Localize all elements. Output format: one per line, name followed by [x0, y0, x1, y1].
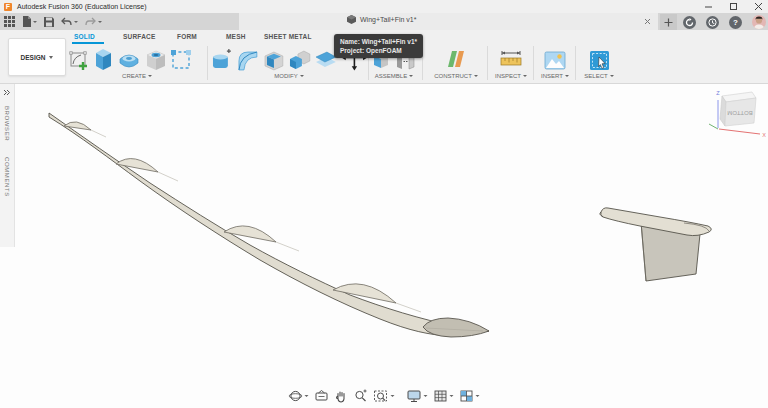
pan-tool[interactable] [335, 389, 348, 403]
document-tab-tooltip: Name: Wing+Tail+Fin v1* Project: OpenFOA… [334, 34, 423, 58]
press-pull-icon[interactable] [210, 48, 233, 71]
new-tab-button[interactable] [660, 14, 677, 30]
job-status-icon[interactable] [683, 16, 696, 29]
select-group-dropdown[interactable]: SELECT [578, 73, 620, 79]
model-canvas[interactable] [0, 84, 768, 408]
window-title: Autodesk Fusion 360 (Education License) [17, 3, 147, 10]
axis-z-label: Z [716, 90, 720, 96]
construct-group-dropdown[interactable]: CONSTRUCT [427, 73, 485, 79]
file-menu-button[interactable] [22, 16, 37, 27]
create-group-dropdown[interactable]: CREATE [68, 73, 206, 79]
shell-icon[interactable] [262, 49, 285, 71]
hole-icon[interactable] [144, 49, 167, 71]
model-viewport[interactable]: BROWSER COMMENTS [0, 84, 768, 408]
axis-x-label: X [762, 132, 766, 138]
tab-surface[interactable]: SURFACE [123, 33, 155, 40]
undo-button[interactable] [61, 17, 78, 26]
redo-button[interactable] [85, 17, 102, 26]
tab-sheet-metal[interactable]: SHEET METAL [264, 33, 312, 40]
tab-close-icon[interactable] [642, 16, 652, 26]
revolve-icon[interactable] [118, 50, 141, 71]
tab-solid[interactable]: SOLID [74, 33, 95, 40]
dropdown-caret-icon [424, 395, 428, 397]
minimize-button[interactable] [702, 1, 714, 12]
navigation-bar [289, 389, 480, 403]
dropdown-caret-icon [565, 75, 569, 77]
document-cube-icon [347, 15, 356, 24]
measure-icon[interactable] [499, 49, 523, 71]
construct-plane-icon[interactable] [444, 47, 468, 71]
insert-group-dropdown[interactable]: INSERT [535, 73, 575, 79]
dropdown-caret-icon [33, 21, 37, 23]
document-tab[interactable]: Wing+Tail+Fin v1* [239, 13, 658, 30]
dropdown-caret-icon [300, 75, 304, 77]
create-sketch-icon[interactable] [68, 50, 89, 71]
dropdown-caret-icon [409, 75, 413, 77]
viewports-settings[interactable] [460, 389, 480, 403]
display-settings[interactable] [407, 389, 428, 403]
dropdown-caret-icon [74, 21, 78, 23]
document-tab-label: Wing+Tail+Fin v1* [360, 16, 416, 23]
maximize-button[interactable] [727, 1, 739, 12]
dropdown-caret-icon [305, 395, 309, 397]
insert-image-icon[interactable] [544, 51, 566, 71]
dropdown-caret-icon [610, 75, 614, 77]
inspect-group-label: INSPECT [495, 73, 521, 79]
construct-group-label: CONSTRUCT [434, 73, 472, 79]
app-grid-icon[interactable] [4, 16, 15, 27]
dropdown-caret-icon [450, 395, 454, 397]
view-cube[interactable]: BOTTOM Z X [706, 86, 766, 142]
insert-group-label: INSERT [541, 73, 563, 79]
look-at-tool[interactable] [315, 389, 329, 403]
select-icon[interactable] [589, 50, 610, 71]
fillet-icon[interactable] [236, 49, 259, 71]
dropdown-caret-icon [148, 75, 152, 77]
extrude-icon[interactable] [92, 46, 115, 71]
combine-icon[interactable] [288, 49, 312, 71]
tab-form[interactable]: FORM [177, 33, 197, 40]
title-bar: F Autodesk Fusion 360 (Education License… [0, 0, 768, 13]
create-group-label: CREATE [122, 73, 146, 79]
user-avatar[interactable] [752, 15, 766, 29]
wing-body[interactable] [49, 113, 489, 337]
save-button[interactable] [44, 17, 54, 27]
dropdown-caret-icon [391, 395, 395, 397]
fusion-logo-icon: F [4, 3, 12, 11]
pattern-icon[interactable] [170, 49, 192, 71]
workspace-selector[interactable]: DESIGN [8, 38, 66, 76]
dropdown-caret-icon [474, 75, 478, 77]
close-button[interactable] [752, 1, 764, 12]
recent-clock-icon[interactable] [706, 16, 719, 29]
grid-settings[interactable] [434, 389, 454, 403]
help-icon[interactable]: ? [729, 16, 742, 29]
assemble-group-label: ASSEMBLE [375, 73, 407, 79]
tail-fin-body[interactable] [600, 208, 711, 281]
dropdown-caret-icon [476, 395, 480, 397]
tab-mesh[interactable]: MESH [226, 33, 246, 40]
zoom-tool[interactable] [354, 389, 368, 403]
tab-strip: Wing+Tail+Fin v1* ? [0, 13, 768, 30]
fit-tool[interactable] [374, 389, 395, 403]
orbit-tool[interactable] [289, 389, 309, 403]
viewcube-face-label: BOTTOM [727, 110, 753, 116]
dropdown-caret-icon [523, 75, 527, 77]
dropdown-caret-icon [98, 21, 102, 23]
inspect-group-dropdown[interactable]: INSPECT [489, 73, 533, 79]
dropdown-caret-icon [49, 56, 53, 59]
workspace-label: DESIGN [21, 54, 46, 61]
tooltip-project-line: Project: OpenFOAM [340, 46, 417, 55]
tooltip-name-line: Name: Wing+Tail+Fin v1* [340, 37, 417, 46]
modify-group-label: MODIFY [274, 73, 297, 79]
modify-group-dropdown[interactable]: MODIFY [210, 73, 368, 79]
assemble-group-dropdown[interactable]: ASSEMBLE [371, 73, 417, 79]
select-group-label: SELECT [584, 73, 607, 79]
